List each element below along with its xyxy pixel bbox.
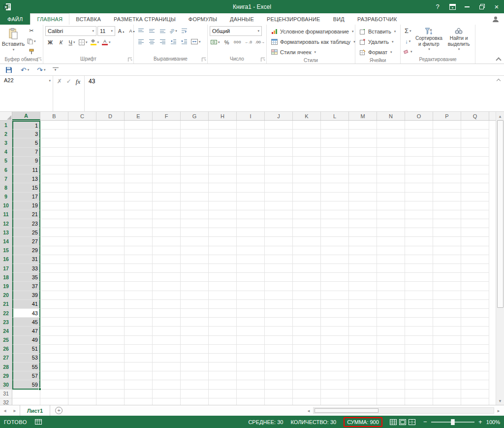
cell-J14[interactable]: [265, 237, 293, 246]
row-header-19[interactable]: 19: [0, 282, 12, 291]
cell-P12[interactable]: [433, 219, 461, 228]
cell-M3[interactable]: [349, 138, 377, 147]
cell-A17[interactable]: 33: [12, 264, 40, 273]
cell-E23[interactable]: [125, 318, 153, 327]
cell-O10[interactable]: [405, 201, 433, 210]
redo-button[interactable]: ↷▾: [36, 65, 46, 74]
cell-F16[interactable]: [153, 255, 181, 264]
cell-Q27[interactable]: [461, 354, 489, 362]
cell-I4[interactable]: [237, 148, 265, 157]
cell-Q20[interactable]: [461, 291, 489, 300]
cell-C20[interactable]: [68, 291, 96, 300]
cell-P9[interactable]: [433, 193, 461, 201]
cell-C18[interactable]: [68, 273, 96, 282]
cell-N27[interactable]: [377, 354, 405, 362]
cell-H21[interactable]: [209, 300, 237, 309]
cell-K16[interactable]: [293, 255, 321, 264]
column-header-N[interactable]: N: [377, 112, 405, 120]
minimize-button[interactable]: [460, 0, 474, 13]
cell-K22[interactable]: [293, 309, 321, 318]
cell-B14[interactable]: [40, 237, 68, 246]
cell-Q23[interactable]: [461, 318, 489, 327]
cell-A16[interactable]: 31: [12, 255, 40, 264]
cell-I9[interactable]: [237, 193, 265, 201]
tab-review[interactable]: РЕЦЕНЗИРОВАНИЕ: [260, 13, 327, 25]
cell-D31[interactable]: [96, 390, 125, 398]
cell-J23[interactable]: [265, 318, 293, 327]
cell-E8[interactable]: [125, 183, 153, 192]
cell-N30[interactable]: [377, 380, 405, 389]
cell-F23[interactable]: [153, 318, 181, 327]
page-break-view-button[interactable]: [409, 419, 415, 425]
row-header-18[interactable]: 18: [0, 273, 12, 282]
row-header-4[interactable]: 4: [0, 148, 12, 157]
cell-K1[interactable]: [293, 121, 321, 130]
cell-G9[interactable]: [181, 193, 209, 201]
delete-cells-button[interactable]: Удалить ▾: [357, 36, 396, 47]
row-header-24[interactable]: 24: [0, 327, 12, 335]
cell-E1[interactable]: [125, 121, 153, 130]
cell-H27[interactable]: [209, 354, 237, 362]
cell-N23[interactable]: [377, 318, 405, 327]
cell-L20[interactable]: [321, 291, 349, 300]
cell-K19[interactable]: [293, 282, 321, 291]
cell-G13[interactable]: [181, 228, 209, 237]
row-header-29[interactable]: 29: [0, 371, 12, 380]
accounting-format-button[interactable]: ▾: [210, 37, 221, 47]
save-button[interactable]: [4, 65, 14, 74]
cell-Q5[interactable]: [461, 157, 489, 165]
cell-K25[interactable]: [293, 336, 321, 345]
cell-E22[interactable]: [125, 309, 153, 318]
select-all-button[interactable]: [0, 112, 12, 120]
cell-I18[interactable]: [237, 273, 265, 282]
cell-C7[interactable]: [68, 174, 96, 183]
cell-L19[interactable]: [321, 282, 349, 291]
column-header-L[interactable]: L: [321, 112, 349, 120]
cell-O7[interactable]: [405, 174, 433, 183]
cell-N5[interactable]: [377, 157, 405, 165]
cell-K13[interactable]: [293, 228, 321, 237]
cell-N32[interactable]: [377, 398, 405, 405]
cell-P18[interactable]: [433, 273, 461, 282]
cell-L18[interactable]: [321, 273, 349, 282]
cell-D20[interactable]: [96, 291, 125, 300]
cell-I3[interactable]: [237, 138, 265, 147]
cell-Q32[interactable]: [461, 398, 489, 405]
cell-P30[interactable]: [433, 380, 461, 389]
tab-data[interactable]: ДАННЫЕ: [223, 13, 260, 25]
cell-N13[interactable]: [377, 228, 405, 237]
cell-L28[interactable]: [321, 362, 349, 371]
cut-button[interactable]: ✂: [26, 26, 37, 35]
account-button[interactable]: [490, 14, 501, 24]
cell-B24[interactable]: [40, 327, 68, 335]
column-header-B[interactable]: B: [40, 112, 68, 120]
cell-Q19[interactable]: [461, 282, 489, 291]
cell-L12[interactable]: [321, 219, 349, 228]
cell-Q30[interactable]: [461, 380, 489, 389]
cell-E31[interactable]: [125, 390, 153, 398]
cell-A19[interactable]: 37: [12, 282, 40, 291]
restore-button[interactable]: [474, 0, 489, 13]
cell-D18[interactable]: [96, 273, 125, 282]
cell-F5[interactable]: [153, 157, 181, 165]
cell-I14[interactable]: [237, 237, 265, 246]
column-header-A[interactable]: A: [12, 112, 40, 120]
cell-N4[interactable]: [377, 148, 405, 157]
align-middle-button[interactable]: [147, 26, 157, 35]
cell-D4[interactable]: [96, 148, 125, 157]
cell-C2[interactable]: [68, 130, 96, 138]
cell-L16[interactable]: [321, 255, 349, 264]
cell-K30[interactable]: [293, 380, 321, 389]
cell-J27[interactable]: [265, 354, 293, 362]
cell-M10[interactable]: [349, 201, 377, 210]
cell-F28[interactable]: [153, 362, 181, 371]
cell-B32[interactable]: [40, 398, 68, 405]
cell-D3[interactable]: [96, 138, 125, 147]
cell-G21[interactable]: [181, 300, 209, 309]
cell-C19[interactable]: [68, 282, 96, 291]
cell-A14[interactable]: 27: [12, 237, 40, 246]
cell-H5[interactable]: [209, 157, 237, 165]
cell-N10[interactable]: [377, 201, 405, 210]
cell-E5[interactable]: [125, 157, 153, 165]
cell-Q18[interactable]: [461, 273, 489, 282]
